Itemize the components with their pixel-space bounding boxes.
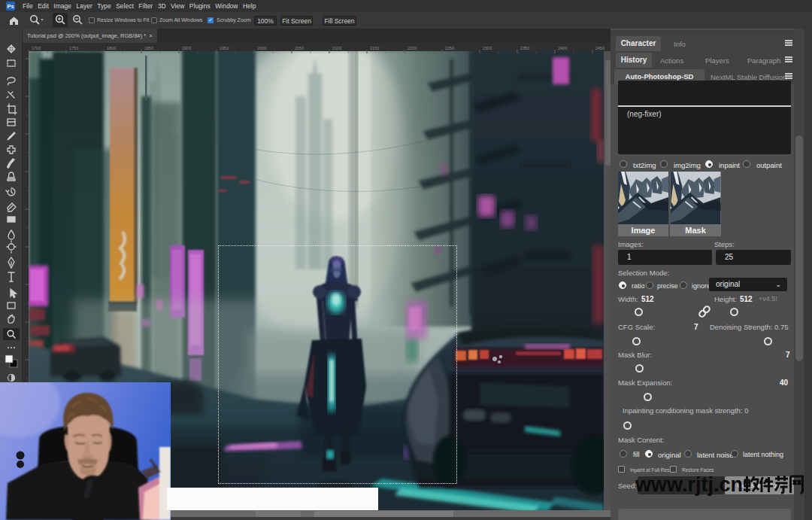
svg-text:2450: 2450 xyxy=(595,46,604,50)
svg-text:1700: 1700 xyxy=(32,46,41,50)
svg-text:2200: 2200 xyxy=(408,46,417,50)
svg-text:2000: 2000 xyxy=(257,46,266,50)
svg-text:1750: 1750 xyxy=(69,46,78,50)
svg-text:2300: 2300 xyxy=(483,46,492,50)
svg-text:1900: 1900 xyxy=(182,46,191,50)
svg-text:2100: 2100 xyxy=(332,46,341,50)
svg-text:2350: 2350 xyxy=(520,46,529,50)
svg-text:2150: 2150 xyxy=(370,46,379,50)
svg-text:1800: 1800 xyxy=(107,46,116,50)
svg-text:2250: 2250 xyxy=(445,46,454,50)
svg-text:2400: 2400 xyxy=(558,46,567,50)
svg-text:1850: 1850 xyxy=(144,46,153,50)
svg-text:1950: 1950 xyxy=(220,46,229,50)
svg-text:2050: 2050 xyxy=(295,46,304,50)
